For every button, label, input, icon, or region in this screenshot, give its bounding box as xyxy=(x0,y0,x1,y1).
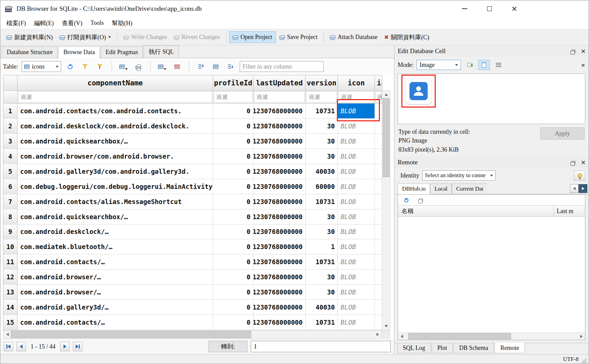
cell-profileid[interactable]: 0 xyxy=(213,239,253,254)
insert-record-button[interactable] xyxy=(157,61,168,72)
cell-icon-blob[interactable]: BLOB xyxy=(338,209,375,225)
cell-version[interactable]: 10731 xyxy=(306,254,338,270)
horizontal-scrollbar-thumb[interactable] xyxy=(11,331,251,338)
cell-componentname[interactable]: com.android.deskclock/com.android.deskcl… xyxy=(17,119,213,134)
cell-icon-blob[interactable]: BLOB xyxy=(338,300,375,315)
cell-lastupdated[interactable]: 1230768000000 xyxy=(253,300,306,315)
cell-version[interactable]: 40030 xyxy=(306,300,338,315)
cell-lastupdated[interactable]: 1230768000000 xyxy=(253,270,306,285)
cell-componentname[interactable]: com.android.contacts/com.android.contact… xyxy=(17,104,213,119)
encoding-label[interactable]: UTF-8 xyxy=(563,356,579,363)
table-select[interactable]: icons xyxy=(22,61,61,72)
filter-cell-profileid[interactable]: 過濾 xyxy=(213,91,253,104)
cell-componentname[interactable]: com.android.browser/… xyxy=(17,270,213,285)
cell-profileid[interactable]: 0 xyxy=(213,149,253,164)
scroll-left-button[interactable] xyxy=(3,330,11,338)
image-view-button[interactable] xyxy=(478,60,490,70)
sort-asc-button[interactable] xyxy=(195,61,207,72)
cell-profileid[interactable]: 0 xyxy=(213,119,253,134)
cell-icon-blob[interactable]: BLOB xyxy=(338,254,375,270)
cell-lastupdated[interactable]: 1230768000000 xyxy=(253,209,306,225)
tab-browse-data[interactable]: Browse Data xyxy=(58,46,100,58)
maximize-button[interactable] xyxy=(482,3,497,14)
cell-icon-blob[interactable]: BLOB xyxy=(338,270,375,285)
cell-profileid[interactable]: 0 xyxy=(213,194,253,209)
cell-version[interactable]: 10731 xyxy=(306,104,338,119)
close-panel-icon[interactable] xyxy=(581,49,585,53)
cell-lastupdated[interactable]: 1230768000000 xyxy=(253,119,306,134)
row-number-cell[interactable]: 4 xyxy=(3,149,17,164)
cell-componentname[interactable]: com.android.quicksearchbox/… xyxy=(17,209,213,225)
tab-scroll-right-button[interactable] xyxy=(579,184,587,193)
column-header-clipped[interactable]: ic xyxy=(375,75,382,91)
scroll-up-button[interactable] xyxy=(382,91,390,98)
row-number-cell[interactable]: 5 xyxy=(3,164,17,179)
row-number-cell[interactable]: 13 xyxy=(3,285,17,300)
delete-record-button[interactable] xyxy=(171,61,183,72)
write-changes-button[interactable]: Write Changes xyxy=(120,32,170,43)
cell-profileid[interactable]: 0 xyxy=(213,270,253,285)
menu-item-tools[interactable]: Tools xyxy=(86,18,108,28)
cell-componentname[interactable]: com.android.contacts/alias.MessageShortc… xyxy=(17,194,213,209)
cell-componentname[interactable]: com.mediatek.bluetooth/… xyxy=(17,239,213,254)
cell-lastupdated[interactable]: 1230768000000 xyxy=(253,194,306,209)
vertical-scrollbar-thumb[interactable] xyxy=(383,98,390,177)
cell-icon-blob[interactable]: BLOB xyxy=(338,194,375,209)
column-header-componentname[interactable]: componentName xyxy=(17,75,213,91)
tab-edit-pragmas[interactable]: Edit Pragmas xyxy=(101,46,143,58)
remote-lastmodified-column-header[interactable]: Last m xyxy=(554,206,585,216)
float-panel-icon[interactable] xyxy=(572,50,575,53)
cell-profileid[interactable]: 0 xyxy=(213,104,253,119)
horizontal-scrollbar[interactable] xyxy=(3,330,382,339)
cell-lastupdated[interactable]: 1230768000000 xyxy=(253,285,306,300)
remote-scrollbar-thumb[interactable] xyxy=(408,333,511,339)
column-header-icon[interactable]: icon xyxy=(338,75,375,91)
row-number-cell[interactable]: 7 xyxy=(3,194,17,209)
scroll-left-button[interactable] xyxy=(398,333,405,340)
row-number-cell[interactable]: 2 xyxy=(3,119,17,134)
attach-database-button[interactable]: Attach Database xyxy=(326,32,381,43)
cell-componentname[interactable]: com.android.browser/com.android.browser. xyxy=(17,149,213,164)
resize-grip[interactable] xyxy=(581,358,587,364)
close-button[interactable] xyxy=(507,3,521,14)
cell-componentname[interactable]: com.android.contacts/… xyxy=(17,315,213,330)
float-panel-icon[interactable] xyxy=(572,161,575,164)
filter-cell-version[interactable]: 過濾 xyxy=(306,91,338,104)
cell-version[interactable]: 1 xyxy=(306,239,338,254)
cell-version[interactable]: 30 xyxy=(306,119,338,134)
cell-version[interactable]: 30 xyxy=(306,149,338,164)
first-page-button[interactable] xyxy=(4,342,13,351)
last-page-button[interactable] xyxy=(73,342,82,351)
column-header-lastupdated[interactable]: lastUpdated xyxy=(253,75,306,91)
cell-profileid[interactable]: 0 xyxy=(213,285,253,300)
cell-icon-blob[interactable]: BLOB xyxy=(338,134,375,149)
column-header-version[interactable]: version xyxy=(306,75,338,91)
row-number-cell[interactable]: 8 xyxy=(3,209,17,225)
scroll-down-button[interactable] xyxy=(382,322,390,330)
goto-input[interactable] xyxy=(251,341,391,352)
cell-componentname[interactable]: com.android.deskclock/… xyxy=(17,225,213,240)
cell-profileid[interactable]: 0 xyxy=(213,164,253,179)
remote-tab-current-database[interactable]: Current Dat xyxy=(452,184,487,194)
filter-cell-lastupdated[interactable]: 過濾 xyxy=(253,91,306,104)
remote-tab-dbhubio[interactable]: DBHub.io xyxy=(398,184,430,194)
row-number-cell[interactable]: 3 xyxy=(3,134,17,149)
cell-version[interactable]: 10731 xyxy=(306,315,338,330)
cell-profileid[interactable]: 0 xyxy=(213,134,253,149)
filter-cell-componentname[interactable]: 過濾 xyxy=(17,91,213,104)
cell-profileid[interactable]: 0 xyxy=(213,179,253,194)
row-number-cell[interactable]: 6 xyxy=(3,179,17,194)
cell-profileid[interactable]: 0 xyxy=(213,300,253,315)
new-database-button[interactable]: 新建資料庫(N) xyxy=(3,31,56,43)
cell-profileid[interactable]: 0 xyxy=(213,254,253,270)
cell-lastupdated[interactable]: 1230768000000 xyxy=(253,104,306,119)
cell-icon-blob[interactable]: BLOB xyxy=(338,239,375,254)
sort-desc-button[interactable] xyxy=(225,61,236,72)
dock-tab-sql-log[interactable]: SQL Log xyxy=(397,343,431,353)
save-results-button[interactable] xyxy=(118,61,129,72)
cell-componentname[interactable]: com.debug.loggerui/com.debug.loggerui.Ma… xyxy=(17,179,213,194)
open-database-button[interactable]: 打開資料庫(O) xyxy=(56,31,114,43)
cell-componentname[interactable]: com.android.gallery3d/com.android.galler… xyxy=(17,164,213,179)
cell-lastupdated[interactable]: 1230768000000 xyxy=(253,239,306,254)
cell-icon-blob[interactable]: BLOB xyxy=(338,225,375,240)
